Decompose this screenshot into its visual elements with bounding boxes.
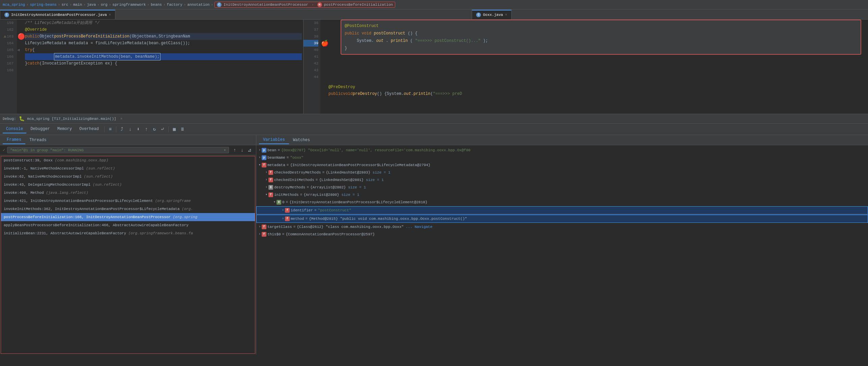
thread-down-icon[interactable]: ↓	[238, 147, 246, 154]
editor-left: 159 162 ⚠ 163 164 165 166 167 168	[0, 20, 303, 114]
debug-tab-debugger[interactable]: Debugger	[27, 125, 53, 133]
step-into-icon[interactable]: ↓	[126, 126, 134, 133]
var-item-this0[interactable]: › f this$0 = {CommonAnnotationBeanPostPr…	[256, 231, 868, 238]
var-item-method[interactable]: › f method = {Method@2815} "public void …	[256, 215, 868, 223]
stack-method: applyBeanPostProcessorsBeforeInitializat…	[4, 223, 189, 227]
breadcrumb-item[interactable]: mca_spring	[3, 3, 25, 7]
stack-item[interactable]: invoke0:-1, NativeMethodAccessorImpl (su…	[1, 164, 255, 173]
stack-item[interactable]: initializeBean:2231, AbstractAutowireCap…	[1, 229, 255, 237]
tab-label: InitDestroyAnnotationBeanPostProcessor.j…	[11, 13, 107, 17]
line-num: 40	[314, 48, 318, 52]
tab-close-icon[interactable]: ×	[505, 13, 507, 17]
var-type-icon: ≣	[268, 185, 273, 190]
var-equals: =	[307, 184, 309, 190]
var-item-bean[interactable]: › p bean = {Ooxx@2707} "Ooxx{id='null', …	[256, 147, 868, 154]
step-into-mine-icon[interactable]: ⬇	[135, 126, 142, 133]
debug-tab-overhead[interactable]: Overhead	[76, 125, 102, 133]
var-value: {ArrayList@2800}	[303, 192, 339, 198]
debug-session-close[interactable]: ×	[120, 117, 123, 121]
stack-item-selected[interactable]: postProcessBeforeInitialization:166, Ini…	[1, 213, 255, 221]
code-line-165: try {	[25, 47, 302, 53]
var-value: {ArrayList@2802}	[310, 184, 346, 190]
breadcrumb-method[interactable]: postProcessBeforeInitialization	[324, 3, 393, 7]
navigate-link[interactable]: ... Navigate	[406, 224, 432, 230]
breadcrumb-item[interactable]: spring-beans	[30, 3, 57, 7]
thread-selector-dropdown[interactable]: "main"@1 in group "main": RUNNING ▾	[7, 147, 229, 153]
debug-session-name: mca_spring [T17_InitializingBean.main()]	[27, 117, 116, 121]
stack-method: postProcessBeforeInitialization:166, Ini…	[4, 215, 173, 219]
var-item-initMethods[interactable]: ▾ f initMethods = {ArrayList@2800} size …	[256, 191, 868, 199]
tab-frames[interactable]: Frames	[3, 136, 25, 144]
step-over-icon[interactable]: ⤴	[118, 126, 126, 133]
var-equals: =	[287, 162, 289, 168]
breadcrumb-item[interactable]: main	[73, 3, 82, 7]
var-equals: =	[286, 199, 288, 205]
expand-arrow: ›	[264, 177, 268, 183]
tab-right-active[interactable]: C Ooxx.java ×	[472, 10, 511, 19]
breadcrumb-item[interactable]: src	[61, 3, 68, 7]
code-line-163: public Object postProcessBeforeInitializ…	[25, 33, 302, 40]
stack-item[interactable]: applyBeanPostProcessorsBeforeInitializat…	[1, 221, 255, 229]
stack-package: (com.mashibing.ooxx.bpp)	[55, 158, 108, 162]
code-line-41	[328, 70, 867, 77]
toolbar-separator	[116, 126, 116, 132]
stack-item[interactable]: invoke:498, Method (java.lang.reflect)	[1, 189, 255, 197]
var-item-beanName[interactable]: › p beanName = "ooxx"	[256, 154, 868, 161]
stack-item[interactable]: invoke:43, DelegatingMethodAccessorImpl …	[1, 181, 255, 189]
breakpoint-area: ◁	[18, 48, 20, 52]
tab-class-icon: C	[4, 12, 9, 17]
toolbar-list-icon[interactable]: ≡	[107, 126, 114, 133]
var-equals: =	[300, 192, 302, 198]
breadcrumb-item[interactable]: org	[101, 3, 108, 7]
thread-running-icon: ✓	[3, 148, 5, 153]
code-content-left[interactable]: /** LifecycleMetadata开始调用 */ @Override p…	[24, 20, 303, 114]
breadcrumb-item[interactable]: java	[87, 3, 96, 7]
var-item-checkedInitMethods[interactable]: › f checkedInitMethods = {LinkedHashSet@…	[256, 176, 868, 184]
tab-close-icon[interactable]: ×	[109, 13, 111, 17]
var-item-0[interactable]: ▾ 0 0 = {InitDestroyAnnotationBeanPostPr…	[256, 199, 868, 206]
var-item-metadata[interactable]: ▾ f metadata = {InitDestroyAnnotationBea…	[256, 161, 868, 169]
tab-watches[interactable]: Watches	[289, 136, 314, 144]
breadcrumb-class[interactable]: InitDestroyAnnotationBeanPostProcessor	[224, 3, 308, 7]
stack-package: (org.springframe	[155, 199, 191, 203]
breadcrumb-item[interactable]: factory	[167, 3, 182, 7]
debug-marker: ⚠	[4, 33, 6, 40]
settings-icon[interactable]: ≣	[179, 126, 186, 133]
var-name: bean	[267, 147, 276, 153]
breadcrumb-item[interactable]: annotation	[187, 3, 209, 7]
tab-variables[interactable]: Variables	[259, 136, 289, 144]
var-type-icon: f	[268, 170, 273, 175]
breadcrumb-item[interactable]: beans	[151, 3, 162, 7]
breadcrumb-item[interactable]: springframework	[112, 3, 146, 7]
breadcrumb-sep: ›	[58, 3, 60, 7]
thread-up-icon[interactable]: ↑	[231, 147, 238, 154]
expand-arrow: ›	[281, 216, 285, 222]
var-item-destroyMethods[interactable]: › ≣ destroyMethods = {ArrayList@2802} si…	[256, 184, 868, 191]
stack-item[interactable]: invoke:421, InitDestroyAnnotationBeanPos…	[1, 197, 255, 205]
thread-filter-icon[interactable]: ⊿	[246, 147, 253, 154]
code-content-right[interactable]: @PostConstruct public void postConstruct…	[327, 20, 868, 114]
tab-left-active[interactable]: C InitDestroyAnnotationBeanPostProcessor…	[0, 10, 115, 19]
debug-tab-memory[interactable]: Memory	[54, 125, 75, 133]
var-name: destroyMethods	[274, 184, 305, 190]
trace-icon[interactable]: ▦	[171, 126, 178, 133]
stack-item[interactable]: invoke:62, NativeMethodAccessorImpl (sun…	[1, 173, 255, 181]
evaluate-icon[interactable]: ⤶	[159, 126, 166, 133]
stack-item[interactable]: postConstruct:39, Ooxx (com.mashibing.oo…	[1, 156, 255, 164]
line-num: 42	[314, 61, 318, 66]
debug-tab-console[interactable]: Console	[3, 125, 26, 133]
tab-threads[interactable]: Threads	[25, 136, 50, 144]
expand-arrow: ›	[258, 155, 262, 161]
var-type-icon: f	[285, 208, 290, 213]
line-num: 165	[7, 47, 13, 53]
stack-method: invokeInitMethods:362, InitDestroyAnnota…	[4, 207, 182, 211]
var-item-targetClass[interactable]: › f targetClass = {Class@2612} "class co…	[256, 223, 868, 231]
var-item-identifier[interactable]: › f identifier = "postConstruct"	[256, 206, 868, 214]
run-to-cursor-icon[interactable]: ↻	[151, 126, 158, 133]
stack-item[interactable]: invokeInitMethods:362, InitDestroyAnnota…	[1, 205, 255, 213]
toolbar-separator	[104, 126, 105, 132]
step-out-icon[interactable]: ↑	[143, 126, 150, 133]
var-name: this$0	[267, 231, 281, 237]
var-item-checkedDestroyMethods[interactable]: › f checkedDestroyMethods = {LinkedHashS…	[256, 169, 868, 176]
var-type-icon: f	[262, 163, 266, 167]
